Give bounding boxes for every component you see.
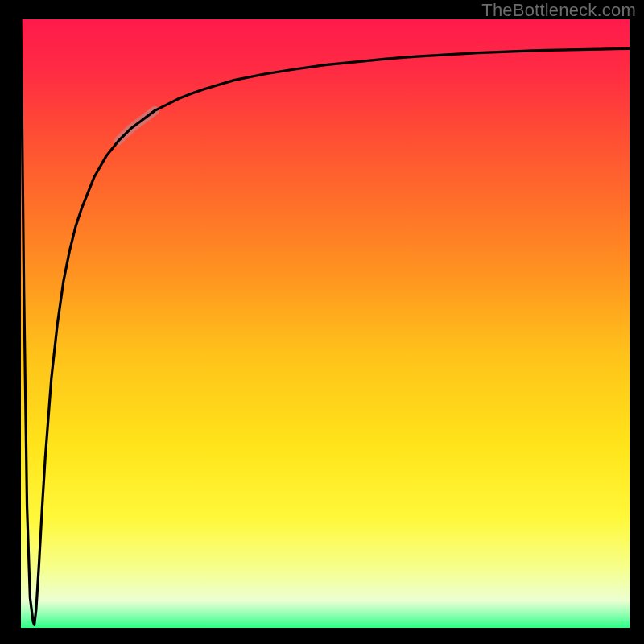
plot-frame: [21, 19, 630, 628]
bottleneck-chart: [21, 19, 630, 628]
watermark-label: TheBottleneck.com: [481, 0, 636, 21]
gradient-bg: [21, 19, 630, 628]
